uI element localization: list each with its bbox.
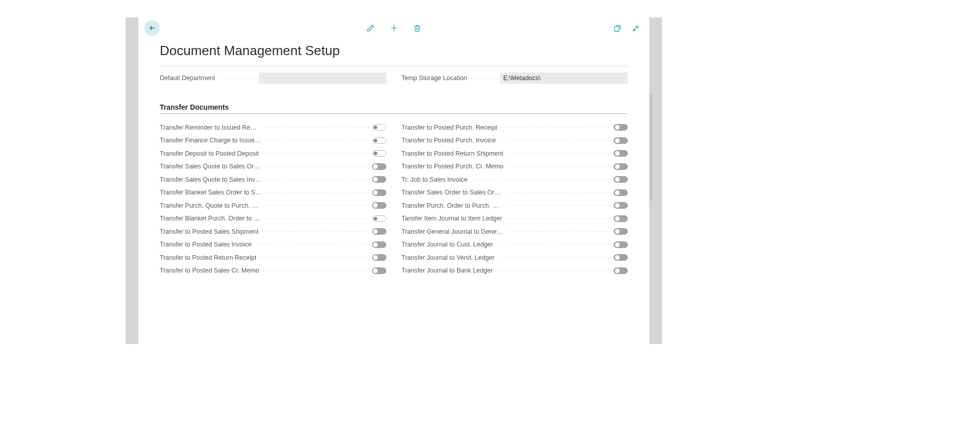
toggle-row: Transfer Journal to Vend. Ledger	[402, 251, 628, 264]
toggle-knob	[615, 216, 620, 221]
leader-dots	[255, 244, 369, 245]
leader-dots	[265, 205, 369, 206]
scrollbar-thumb[interactable]	[649, 94, 652, 201]
svg-line-5	[636, 25, 638, 27]
toggle-row: Transfer Purch. Quote to Purch. Order	[160, 199, 386, 212]
toggle-knob	[615, 125, 620, 130]
toggle-label: Transfer to Posted Purch. Invoice	[402, 137, 496, 144]
toggle-switch[interactable]	[372, 137, 386, 144]
title-divider	[160, 66, 628, 66]
toggle-switch[interactable]	[372, 241, 386, 248]
toggle-label: Transfer General Journal to General Le..…	[402, 228, 504, 235]
popout-icon	[614, 24, 621, 32]
svg-rect-3	[614, 27, 619, 31]
toggle-row: Transfer to Posted Purch. Receipt	[402, 121, 628, 134]
toggle-row: Transfer General Journal to General Le..…	[402, 225, 628, 238]
toggle-label: Transfer Reminder to Issued Reminder	[160, 124, 262, 131]
toggle-switch[interactable]	[614, 241, 628, 248]
toggle-switch[interactable]	[614, 228, 628, 235]
toggle-switch[interactable]	[372, 254, 386, 261]
new-button[interactable]	[389, 23, 399, 33]
collapse-button[interactable]	[631, 23, 640, 33]
toggle-row: Tr. Job to Sales Invoice	[402, 173, 628, 186]
leader-dots	[261, 231, 369, 232]
toggle-label: Transfer Journal to Vend. Ledger	[402, 254, 495, 261]
page-container: Document Management Setup Default Depart…	[138, 17, 649, 298]
toggle-row: Transfer to Posted Return Receipt	[160, 251, 386, 264]
temp-storage-label: Temp Storage Location	[402, 75, 468, 82]
page-shadow-left	[126, 17, 138, 344]
toggle-knob	[373, 242, 378, 247]
leader-dots	[496, 244, 610, 245]
pencil-icon	[366, 24, 375, 32]
leader-dots	[265, 140, 369, 141]
toggle-knob	[615, 242, 620, 247]
toggle-knob	[373, 268, 378, 273]
leader-dots	[265, 127, 369, 128]
toggle-row: Transfer Purch. Order to Purch. Order ..…	[402, 199, 628, 212]
toggle-knob	[373, 229, 378, 234]
transfer-documents-grid: Transfer Reminder to Issued ReminderTran…	[160, 121, 628, 277]
toggle-row: Transfer Finance Charge to Issued Fin...	[160, 134, 386, 147]
leader-dots	[470, 78, 497, 79]
toggle-column-right: Transfer to Posted Purch. ReceiptTransfe…	[402, 121, 628, 277]
toggle-switch[interactable]	[372, 228, 386, 235]
toggle-label: Transfer Journal to Cust. Ledger	[402, 241, 494, 248]
collapse-icon	[632, 24, 640, 32]
toggle-knob	[373, 190, 378, 195]
toggle-label: Tr. Job to Sales Invoice	[402, 176, 468, 183]
toggle-knob	[373, 255, 378, 260]
toggle-switch[interactable]	[614, 176, 628, 183]
toggle-label: Transfer Blanket Purch. Order to Purch..…	[160, 215, 262, 222]
toggle-switch[interactable]	[614, 254, 628, 261]
toggle-knob	[615, 190, 620, 195]
leader-dots	[507, 231, 611, 232]
toggle-switch[interactable]	[372, 176, 386, 183]
page-title: Document Management Setup	[160, 43, 628, 59]
toggle-row: Transfer Sales Quote to Sales Order	[160, 160, 386, 174]
toggle-switch[interactable]	[614, 267, 628, 274]
back-button[interactable]	[144, 20, 160, 36]
toggle-row: Transfer to Posted Purch. Cr. Memo	[402, 160, 628, 174]
toggle-switch[interactable]	[372, 215, 386, 222]
toggle-switch[interactable]	[372, 124, 386, 131]
delete-button[interactable]	[413, 23, 422, 33]
leader-dots	[218, 78, 255, 79]
toggle-label: Tansfer Item Journal to Item Ledger	[402, 215, 502, 222]
toggle-switch[interactable]	[372, 267, 386, 274]
toggle-label: Transfer to Posted Return Receipt	[160, 254, 256, 261]
leader-dots	[265, 179, 369, 180]
toggle-switch[interactable]	[372, 163, 386, 170]
toggle-label: Transfer Purch. Quote to Purch. Order	[160, 202, 262, 209]
trash-icon	[413, 24, 421, 32]
toggle-switch[interactable]	[372, 202, 386, 209]
toggle-switch[interactable]	[614, 150, 628, 157]
toggle-switch[interactable]	[372, 189, 386, 196]
toggle-knob	[615, 255, 620, 260]
toggle-switch[interactable]	[614, 124, 628, 131]
leader-dots	[498, 257, 610, 258]
leader-dots	[507, 192, 611, 193]
header-fields: Default Department Temp Storage Location	[160, 72, 628, 84]
toggle-switch[interactable]	[614, 202, 628, 209]
toggle-knob	[373, 177, 378, 182]
toggle-knob	[373, 203, 378, 208]
toggle-row: Transfer Blanket Purch. Order to Purch..…	[160, 212, 386, 226]
toggle-knob	[615, 151, 620, 156]
toggle-row: Transfer Blanket Sales Order to Sales ..…	[160, 186, 386, 200]
edit-button[interactable]	[366, 23, 375, 33]
toggle-switch[interactable]	[372, 150, 386, 157]
toggle-label: Transfer Sales Order to Sales Order Ar..…	[402, 189, 504, 196]
toggle-switch[interactable]	[614, 215, 628, 222]
leader-dots	[262, 270, 369, 271]
toggle-row: Transfer to Posted Sales Cr. Memo	[160, 264, 386, 278]
temp-storage-input[interactable]	[500, 72, 628, 84]
leader-dots	[496, 270, 610, 271]
toggle-row: Transfer to Posted Sales Invoice	[160, 238, 386, 252]
default-department-input[interactable]	[259, 72, 386, 84]
toggle-switch[interactable]	[614, 189, 628, 196]
toggle-label: Transfer to Posted Purch. Receipt	[402, 124, 498, 131]
popout-button[interactable]	[612, 23, 622, 33]
toggle-switch[interactable]	[614, 137, 628, 144]
toggle-switch[interactable]	[614, 163, 628, 170]
